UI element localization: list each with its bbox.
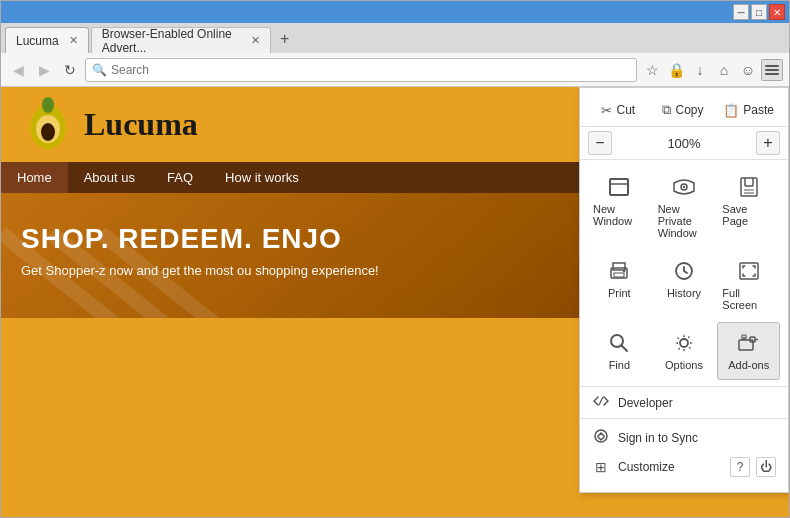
svg-rect-7 [610, 179, 628, 195]
new-private-window-label: New Private Window [658, 203, 711, 239]
menu-new-private-window[interactable]: New Private Window [653, 166, 716, 248]
menu-options[interactable]: Options [653, 322, 716, 380]
firefox-menu: ✂ Cut ⧉ Copy 📋 Paste − 100% + [579, 87, 789, 493]
full-screen-icon [735, 259, 763, 283]
sign-in-sync-item[interactable]: Sign in to Sync [580, 423, 788, 452]
hamburger-line-3 [765, 73, 779, 75]
nav-home[interactable]: Home [1, 162, 68, 193]
developer-icon [592, 393, 610, 412]
customize-item[interactable]: ⊞ Customize ? ⏻ [580, 452, 788, 482]
title-bar: ─ □ ✕ [1, 1, 789, 23]
power-icon-btn[interactable]: ⏻ [756, 457, 776, 477]
svg-rect-19 [614, 273, 624, 277]
address-bar[interactable]: 🔍 [85, 58, 637, 82]
svg-point-2 [41, 123, 55, 141]
copy-icon: ⧉ [662, 102, 671, 118]
cut-label: Cut [616, 103, 635, 117]
save-page-label: Save Page [722, 203, 775, 227]
menu-find[interactable]: Find [588, 322, 651, 380]
tab-lucuma[interactable]: Lucuma ✕ [5, 27, 89, 53]
history-label: History [667, 287, 701, 299]
full-screen-label: Full Screen [722, 287, 775, 311]
copy-label: Copy [675, 103, 703, 117]
home-icon[interactable]: ⌂ [713, 59, 735, 81]
nav-faq[interactable]: FAQ [151, 162, 209, 193]
toolbar-icons: ☆ 🔒 ↓ ⌂ ☺ [641, 59, 783, 81]
svg-point-23 [611, 335, 623, 347]
hamburger-line-2 [765, 69, 779, 71]
browser-window: ─ □ ✕ Lucuma ✕ Browser-Enabled Online Ad… [0, 0, 790, 518]
nav-about[interactable]: About us [68, 162, 151, 193]
save-page-icon [735, 175, 763, 199]
copy-button[interactable]: ⧉ Copy [653, 98, 714, 122]
menu-new-window[interactable]: New Window [588, 166, 651, 248]
hamburger-line-1 [765, 65, 779, 67]
svg-point-25 [680, 339, 688, 347]
toolbar: ◀ ▶ ↻ 🔍 ☆ 🔒 ↓ ⌂ ☺ [1, 53, 789, 87]
forward-button[interactable]: ▶ [33, 59, 55, 81]
minimize-button[interactable]: ─ [733, 4, 749, 20]
tab-browser-ad-close[interactable]: ✕ [251, 34, 260, 47]
find-icon [605, 331, 633, 355]
svg-point-20 [623, 270, 625, 272]
search-icon: 🔍 [92, 63, 107, 77]
close-button[interactable]: ✕ [769, 4, 785, 20]
menu-bottom: Sign in to Sync ⊞ Customize ? ⏻ [580, 418, 788, 486]
new-window-icon [605, 175, 633, 199]
svg-line-31 [599, 397, 603, 405]
menu-history[interactable]: History [653, 250, 716, 320]
download-icon[interactable]: ↓ [689, 59, 711, 81]
paste-icon: 📋 [723, 103, 739, 118]
search-input[interactable] [111, 63, 630, 77]
developer-label: Developer [618, 396, 673, 410]
site-title: Lucuma [84, 106, 198, 143]
back-button[interactable]: ◀ [7, 59, 29, 81]
find-label: Find [609, 359, 630, 371]
customize-label: Customize [618, 460, 675, 474]
help-icon-btn[interactable]: ? [730, 457, 750, 477]
menu-add-ons[interactable]: Add-ons [717, 322, 780, 380]
cut-button[interactable]: ✂ Cut [588, 99, 649, 122]
options-label: Options [665, 359, 703, 371]
menu-developer[interactable]: Developer [580, 387, 788, 418]
nav-how-it-works[interactable]: How it works [209, 162, 315, 193]
content-area: Lucuma Home About us FAQ How it works [1, 87, 789, 517]
paste-button[interactable]: 📋 Paste [717, 99, 780, 122]
menu-full-screen[interactable]: Full Screen [717, 250, 780, 320]
avocado-logo-icon [21, 97, 76, 152]
logo-area: Lucuma [21, 97, 198, 152]
tab-lucuma-close[interactable]: ✕ [69, 34, 78, 47]
maximize-button[interactable]: □ [751, 4, 767, 20]
tab-browser-ad[interactable]: Browser-Enabled Online Advert... ✕ [91, 27, 271, 53]
menu-grid: New Window New Private Window [580, 160, 788, 387]
private-window-icon [670, 175, 698, 199]
add-ons-icon [735, 331, 763, 355]
svg-line-24 [622, 346, 627, 351]
customize-icon: ⊞ [592, 459, 610, 475]
print-label: Print [608, 287, 631, 299]
tab-browser-ad-label: Browser-Enabled Online Advert... [102, 27, 241, 55]
profile-icon[interactable]: ☺ [737, 59, 759, 81]
zoom-plus-button[interactable]: + [756, 131, 780, 155]
menu-print[interactable]: Print [588, 250, 651, 320]
history-icon [670, 259, 698, 283]
tab-bar: Lucuma ✕ Browser-Enabled Online Advert..… [1, 23, 789, 53]
hamburger-menu-button[interactable] [761, 59, 783, 81]
svg-point-10 [683, 186, 685, 188]
zoom-minus-button[interactable]: − [588, 131, 612, 155]
tab-lucuma-label: Lucuma [16, 34, 59, 48]
bookmark-star-icon[interactable]: ☆ [641, 59, 663, 81]
sync-icon [592, 428, 610, 447]
zoom-value: 100% [616, 136, 752, 151]
refresh-button[interactable]: ↻ [59, 59, 81, 81]
clipboard-row: ✂ Cut ⧉ Copy 📋 Paste [580, 94, 788, 127]
cut-icon: ✂ [601, 103, 612, 118]
add-ons-label: Add-ons [728, 359, 769, 371]
options-icon [670, 331, 698, 355]
zoom-row: − 100% + [580, 127, 788, 160]
new-tab-button[interactable]: + [273, 27, 297, 51]
menu-save-page[interactable]: Save Page [717, 166, 780, 248]
svg-point-3 [42, 97, 54, 113]
lock-icon[interactable]: 🔒 [665, 59, 687, 81]
print-icon [605, 259, 633, 283]
